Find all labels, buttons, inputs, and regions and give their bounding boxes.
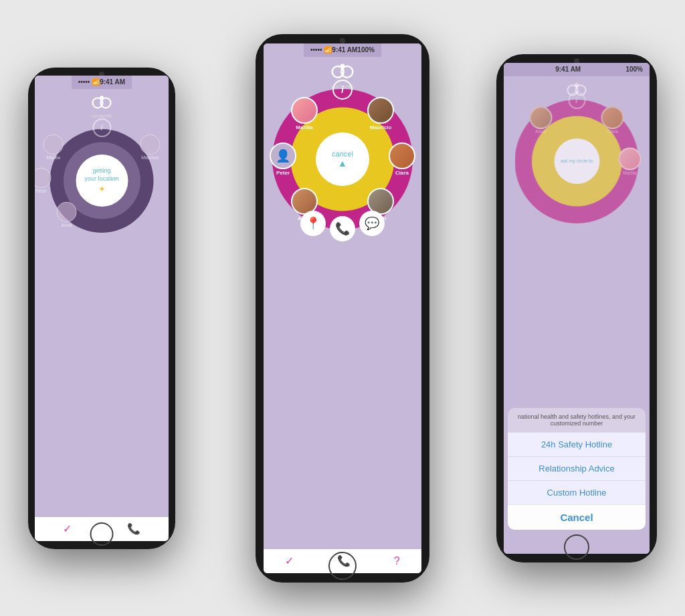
- phone-action-icon-center[interactable]: 📞: [330, 216, 355, 241]
- phones-container: ••••• 📶 9:41 AM circleof6: [15, 14, 670, 603]
- circle-ui-center: cancel ▲ i Marilla Mauricio: [272, 89, 413, 229]
- svg-point-8: [575, 83, 579, 87]
- getting-location-text: getting your location: [84, 167, 118, 183]
- phone-left-screen: ••••• 📶 9:41 AM circleof6: [35, 76, 169, 541]
- question-icon-center[interactable]: ?: [394, 555, 400, 567]
- cancel-button[interactable]: cancel ▲: [316, 132, 369, 186]
- info-btn-left[interactable]: i: [92, 118, 111, 137]
- home-btn-right[interactable]: [564, 534, 589, 560]
- ask-circle-text: ask my circle to: [561, 159, 593, 164]
- action-sheet-safety[interactable]: 24h Safety Hotline: [508, 432, 646, 456]
- phone-right: 9:41 AM 100% circleof6: [496, 54, 657, 562]
- phone-icon-left[interactable]: 📞: [127, 522, 140, 535]
- cancel-label: cancel: [332, 150, 353, 158]
- phone-center: ••••• 📶 9:41 AM 100% circleof6: [256, 34, 429, 583]
- up-arrow-icon: ▲: [338, 158, 347, 169]
- action-sheet-custom[interactable]: Custom Hotline: [508, 480, 646, 504]
- action-sheet-cancel[interactable]: Cancel: [508, 504, 646, 530]
- cancel-label-right: Cancel: [560, 512, 593, 523]
- avatar-peter-center[interactable]: 👤 Peter: [270, 142, 296, 176]
- location-icon-center[interactable]: 📍: [300, 211, 326, 236]
- logo-left: circleof6: [92, 96, 112, 119]
- contact-peter-left: Peter: [35, 168, 52, 193]
- avatar-marilla-center[interactable]: Marilla: [291, 97, 318, 130]
- action-sheet-header-text: national health and safety hotlines, and…: [518, 413, 635, 427]
- home-btn-left[interactable]: [90, 522, 114, 546]
- avatar-clara-center[interactable]: Clara: [389, 142, 415, 176]
- custom-hotline-label: Custom Hotline: [547, 488, 607, 498]
- contact-marilla-left: Marilla: [43, 134, 64, 160]
- avatar-mauricio-center[interactable]: Mauricio: [367, 97, 394, 130]
- checkmark-icon-left[interactable]: ✓: [63, 522, 72, 535]
- battery-center: 100%: [357, 46, 375, 54]
- safety-hotline-label: 24h Safety Hotline: [541, 439, 612, 449]
- logo-icon-left: [92, 96, 112, 113]
- camera-center: [340, 38, 345, 43]
- action-sheet: national health and safety hotlines, and…: [508, 408, 646, 530]
- status-bar-left: ••••• 📶 9:41 AM: [72, 76, 132, 89]
- phone-center-screen: ••••• 📶 9:41 AM 100% circleof6: [264, 43, 421, 573]
- action-sheet-header: national health and safety hotlines, and…: [508, 408, 646, 432]
- circle-ui-right-bg: ask my circle to i Anna Clara: [515, 100, 639, 223]
- svg-point-5: [340, 64, 345, 68]
- time-left: 9:41 AM: [100, 78, 125, 86]
- signal-left: ••••• 📶: [78, 78, 100, 86]
- phone-left: ••••• 📶 9:41 AM circleof6: [28, 68, 175, 549]
- phone-right-screen: 9:41 AM 100% circleof6: [504, 63, 650, 554]
- time-center: 9:41 AM: [332, 46, 357, 54]
- battery-right: 100%: [625, 66, 643, 73]
- sun-icon: ✦: [98, 184, 106, 194]
- info-btn-center[interactable]: i: [332, 80, 353, 100]
- relationship-advice-label: Relationship Advice: [539, 464, 614, 474]
- message-icon-center[interactable]: 💬: [359, 211, 385, 236]
- svg-point-2: [100, 96, 104, 100]
- status-bar-right: 9:41 AM 100%: [504, 63, 650, 76]
- checkmark-icon-center[interactable]: ✓: [285, 554, 294, 567]
- status-bar-center: ••••• 📶 9:41 AM 100%: [304, 43, 381, 57]
- contact-anna-left: Anna: [57, 202, 77, 227]
- signal-center: ••••• 📶: [310, 46, 332, 54]
- contact-mauricio-left: Mauricio: [140, 134, 161, 160]
- time-right: 9:41 AM: [555, 66, 581, 73]
- home-btn-center[interactable]: [328, 552, 357, 580]
- action-sheet-relationship[interactable]: Relationship Advice: [508, 456, 646, 480]
